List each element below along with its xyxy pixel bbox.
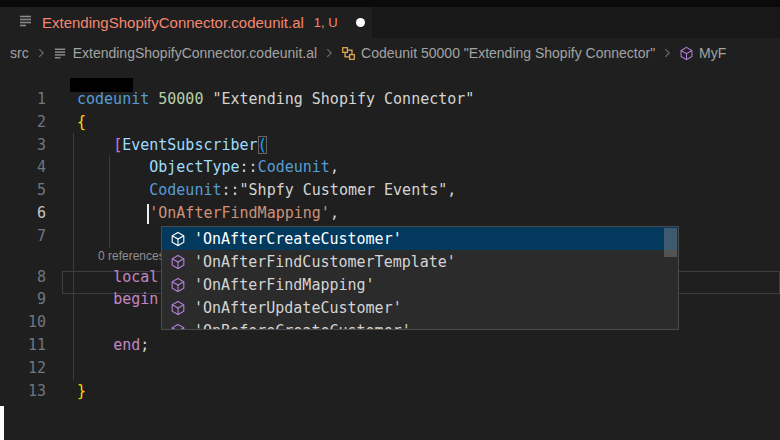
code-line[interactable]: 12 <box>0 357 780 380</box>
line-number: 2 <box>0 111 46 134</box>
breadcrumb: src ExtendingShopifyConnector.codeunit.a… <box>0 38 780 68</box>
tab-bar: ExtendingShopifyConnector.codeunit.al 1,… <box>0 0 780 38</box>
code-line[interactable]: 3 [EventSubscriber( <box>0 134 780 157</box>
line-number: 12 <box>0 357 46 380</box>
code-text: local <box>77 266 158 289</box>
redaction-box <box>70 78 133 92</box>
code-text: end; <box>77 334 149 357</box>
suggest-item-label: 'OnAfterFindCustomerTemplate' <box>194 253 456 271</box>
tab-title: ExtendingShopifyConnector.codeunit.al <box>42 14 304 31</box>
file-lines-icon <box>18 13 34 33</box>
line-number: 3 <box>0 134 46 157</box>
code-text: codeunit 50000 "Extending Shopify Connec… <box>77 88 474 111</box>
breadcrumb-label: src <box>10 45 29 61</box>
breadcrumb-label: ExtendingShopifyConnector.codeunit.al <box>73 45 317 61</box>
line-number: 13 <box>0 380 46 403</box>
code-line[interactable]: 2{ <box>0 111 780 134</box>
code-text: ObjectType::Codeunit, <box>77 156 339 179</box>
symbol-object-icon <box>341 46 356 61</box>
suggest-item-label: 'OnBeforeCreateCustomer' <box>194 322 411 331</box>
line-number: 7 <box>0 225 46 248</box>
chevron-right-icon <box>34 46 48 60</box>
suggest-item[interactable]: 'OnAfterFindCustomerTemplate' <box>162 250 678 273</box>
intellisense-suggest-widget[interactable]: 'OnAfterCreateCustomer''OnAfterFindCusto… <box>161 226 679 330</box>
text-cursor <box>147 204 149 224</box>
line-number: 9 <box>0 288 46 311</box>
breadcrumb-label: Codeunit 50000 "Extending Shopify Connec… <box>361 45 655 61</box>
code-text: { <box>77 111 86 134</box>
breadcrumb-item-codeunit[interactable]: Codeunit 50000 "Extending Shopify Connec… <box>341 45 655 61</box>
suggest-item[interactable]: 'OnAfterCreateCustomer' <box>162 227 678 250</box>
code-line[interactable]: 5 Codeunit::"Shpfy Customer Events", <box>0 179 780 202</box>
line-number: 4 <box>0 156 46 179</box>
symbol-method-icon <box>679 46 694 61</box>
file-lines-icon <box>53 46 68 61</box>
line-number: 8 <box>0 266 46 289</box>
window-top-strip <box>0 0 780 7</box>
line-number: 6 <box>0 202 46 225</box>
breadcrumb-label: MyF <box>699 45 726 61</box>
code-line[interactable]: 11 end; <box>0 334 780 357</box>
code-text: Codeunit::"Shpfy Customer Events", <box>77 179 456 202</box>
breadcrumb-item-file[interactable]: ExtendingShopifyConnector.codeunit.al <box>53 45 317 61</box>
symbol-method-icon <box>170 300 186 316</box>
symbol-method-icon <box>170 323 186 331</box>
tab-extending-shopify-connector[interactable]: ExtendingShopifyConnector.codeunit.al 1,… <box>0 7 372 38</box>
code-text: 'OnAfterFindMapping', <box>77 202 339 225</box>
suggest-item[interactable]: 'OnAfterFindMapping' <box>162 273 678 296</box>
line-number: 11 <box>0 334 46 357</box>
symbol-method-icon <box>170 254 186 270</box>
symbol-method-icon <box>170 277 186 293</box>
code-text: begin <box>77 288 158 311</box>
suggest-item-label: 'OnAfterCreateCustomer' <box>194 230 402 248</box>
screen-edge-artifact <box>0 406 4 440</box>
suggest-scrollbar-thumb[interactable] <box>664 228 677 257</box>
line-number: 1 <box>0 88 46 111</box>
line-number: 5 <box>0 179 46 202</box>
breadcrumb-item-src[interactable]: src <box>10 45 29 61</box>
code-text: [EventSubscriber( <box>77 134 267 157</box>
code-text: } <box>77 380 86 403</box>
codelens-references[interactable]: 0 references <box>98 249 165 263</box>
suggest-item-label: 'OnAfterFindMapping' <box>194 276 375 294</box>
code-line[interactable]: 6 'OnAfterFindMapping', <box>0 202 780 225</box>
tab-problems-badge: 1, U <box>314 15 338 30</box>
symbol-method-icon <box>170 231 186 247</box>
line-number: 10 <box>0 311 46 334</box>
unsaved-changes-dot[interactable] <box>356 18 365 27</box>
breadcrumb-item-symbol[interactable]: MyF <box>679 45 726 61</box>
code-line[interactable]: 4 ObjectType::Codeunit, <box>0 156 780 179</box>
suggest-item-label: 'OnAfterUpdateCustomer' <box>194 299 402 317</box>
suggest-item[interactable]: 'OnAfterUpdateCustomer' <box>162 296 678 319</box>
chevron-right-icon <box>322 46 336 60</box>
chevron-right-icon <box>660 46 674 60</box>
code-line[interactable]: 13} <box>0 380 780 403</box>
suggest-item[interactable]: 'OnBeforeCreateCustomer' <box>162 319 678 330</box>
